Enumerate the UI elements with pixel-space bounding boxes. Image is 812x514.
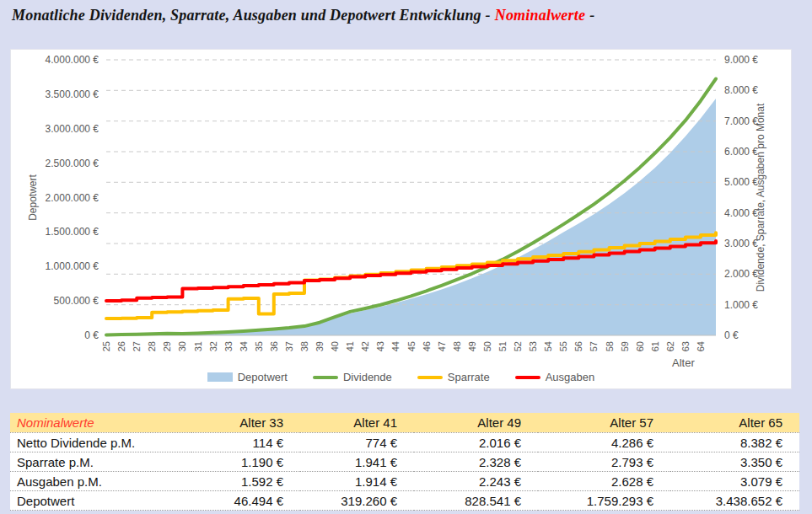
table-cell: 3.438.652 € [670,491,799,511]
x-axis-tick: 34 [239,341,249,351]
right-axis-tick: 3.000 € [724,238,758,249]
table-header-cell: Alter 33 [191,413,300,433]
table-cell: 1.941 € [300,452,414,472]
table-row: Netto Dividende p.M.114 €774 €2.016 €4.2… [10,433,799,452]
legend-swatch-sparrate-icon [417,376,443,379]
x-axis-tick: 51 [497,341,508,351]
legend-swatch-depotwert-icon [207,372,233,382]
table-cell: 4.286 € [538,433,670,452]
x-axis-tick: 52 [513,341,523,351]
legend-label: Dividende [343,371,392,383]
chart-card: 0 €500.000 €1.000.000 €1.500.000 €2.000.… [10,49,792,389]
table-cell: Depotwert [10,491,191,511]
legend-label: Depotwert [238,371,288,383]
x-axis-tick: 55 [558,341,568,351]
left-axis-tick: 3.000.000 € [46,123,99,135]
x-axis-tick: 45 [406,341,417,351]
table-row: Ausgaben p.M.1.592 €1.914 €2.243 €2.628 … [10,472,799,491]
chart-legend: DepotwertDividendeSparrateAusgaben [11,371,791,383]
x-axis-tick: 60 [635,341,645,351]
table-cell: 2.016 € [414,433,538,452]
left-axis-tick: 2.500.000 € [46,158,99,169]
x-axis-tick: 64 [696,341,706,351]
x-axis-tick: 58 [605,341,615,351]
combo-chart: 0 €500.000 €1.000.000 €1.500.000 €2.000.… [11,50,793,390]
x-axis-tick: 32 [208,341,218,351]
table-cell: 774 € [300,433,414,452]
table-cell: 3.079 € [670,472,799,491]
table-cell: 8.382 € [670,433,799,452]
legend-swatch-ausgaben-icon [515,376,540,379]
right-axis-tick: 4.000 € [724,207,758,219]
table-row: Depotwert46.494 €319.260 €828.541 €1.759… [10,491,799,511]
left-axis-tick: 1.000.000 € [46,260,99,272]
left-axis-title: Depotwert [27,174,39,220]
left-axis-tick: 4.000.000 € [46,54,99,66]
x-axis-tick: 41 [345,341,355,351]
table-cell: 2.628 € [538,472,670,491]
x-axis-tick: 63 [680,341,691,351]
depotwert-area [106,99,716,335]
table-cell: 3.350 € [670,452,799,472]
x-axis-tick: 31 [193,341,203,351]
x-axis-tick: 28 [147,341,157,351]
table-cell: 1.914 € [300,472,414,491]
table-cell: 2.793 € [538,452,670,472]
table-cell: 1.592 € [191,472,300,491]
left-axis-tick: 500.000 € [54,295,99,307]
right-axis-tick: 6.000 € [724,146,758,158]
table-cell: 828.541 € [414,491,538,511]
x-axis-tick: 30 [177,341,187,351]
x-axis-tick: 39 [315,341,325,351]
x-axis-tick: 61 [650,341,660,351]
page-title-accent: Nominalwerte [495,7,585,24]
right-axis-tick: 0 € [724,329,739,341]
table-cell: 2.328 € [414,452,538,472]
left-axis-tick: 0 € [84,329,99,341]
table-header-cell: Alter 65 [670,413,799,433]
x-axis-tick: 42 [360,341,370,351]
x-axis-tick: 43 [375,341,385,351]
table-header-cell: Alter 41 [300,413,414,433]
x-axis-tick: 37 [284,341,294,351]
table-header-cell: Nominalwerte [10,413,191,433]
x-axis-tick: 53 [528,341,538,351]
legend-item-ausgaben: Ausgaben [515,371,595,383]
x-axis-tick: 40 [330,341,340,351]
x-axis-tick: 56 [573,341,583,351]
table-row: Sparrate p.M.1.190 €1.941 €2.328 €2.793 … [10,452,799,472]
right-axis-tick: 2.000 € [724,268,758,280]
page-title-suffix: - [589,7,594,24]
table-header-cell: Alter 57 [538,413,670,433]
x-axis-tick: 54 [543,341,553,351]
legend-item-dividende: Dividende [313,371,392,383]
x-axis-tick: 33 [223,341,234,351]
page-title: Monatliche Dividenden, Sparrate, Ausgabe… [12,7,594,24]
table-cell: Sparrate p.M. [10,452,191,472]
x-axis-tick: 49 [467,341,477,351]
table-cell: 46.494 € [191,491,300,511]
table-cell: Netto Dividende p.M. [10,433,191,452]
left-axis-tick: 3.500.000 € [46,88,99,100]
table-cell: 114 € [191,433,300,452]
summary-table: NominalwerteAlter 33Alter 41Alter 49Alte… [10,413,799,511]
x-axis-tick: 38 [299,341,309,351]
right-axis-tick: 8.000 € [724,84,758,96]
x-axis-tick: 26 [116,341,126,351]
table-cell: Ausgaben p.M. [10,472,191,491]
x-axis-tick: 57 [589,341,599,351]
table-cell: 1.190 € [191,452,300,472]
table-cell: 2.243 € [414,472,538,491]
legend-item-depotwert: Depotwert [207,371,288,383]
x-axis-title: Alter [672,356,695,369]
table-header-cell: Alter 49 [414,413,538,433]
right-axis-tick: 1.000 € [724,299,758,311]
x-axis-tick: 35 [254,341,264,351]
right-axis-tick: 5.000 € [724,176,758,188]
x-axis-tick: 46 [422,341,432,351]
legend-label: Ausgaben [546,371,595,383]
x-axis-tick: 62 [665,341,675,351]
x-axis-tick: 36 [269,341,279,351]
x-axis-tick: 47 [437,341,447,351]
right-axis-tick: 7.000 € [724,115,758,127]
